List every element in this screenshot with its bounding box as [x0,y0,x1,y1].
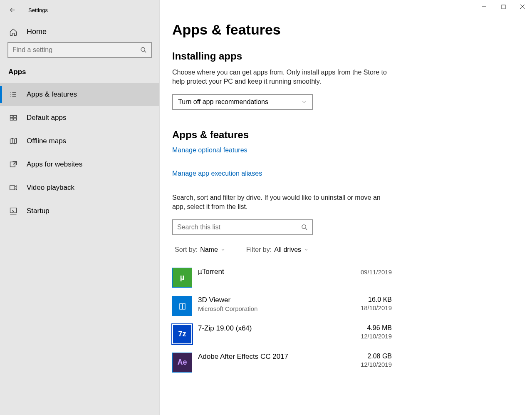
app-row[interactable]: ◫ 3D Viewer Microsoft Corporation 16.0 K… [172,292,392,320]
back-button[interactable] [8,6,17,14]
app-name: 3D Viewer [198,296,257,304]
svg-rect-5 [10,162,15,167]
install-source-dropdown[interactable]: Turn off app recommendations [172,94,313,110]
installing-apps-description: Choose where you can get apps from. Only… [172,68,388,87]
installing-apps-heading: Installing apps [172,50,532,62]
sidebar-item-label: Startup [27,207,49,215]
filter-by-label: Filter by: [246,246,272,253]
map-icon [9,137,17,145]
sidebar-item-offline-maps[interactable]: Offline maps [0,129,159,153]
chevron-down-icon [220,247,225,252]
sort-by-value: Name [200,246,218,253]
sidebar: Settings Home Apps Apps & features Defau… [0,0,160,415]
svg-rect-2 [14,115,17,117]
close-icon [520,4,525,9]
manage-optional-features-link[interactable]: Manage optional features [172,147,247,154]
app-publisher: Microsoft Corporation [198,305,257,312]
svg-rect-3 [10,118,13,120]
titlebar: Settings [0,0,159,20]
app-row[interactable]: 7z 7-Zip 19.00 (x64) 4.96 MB 12/10/2019 [172,320,392,348]
app-row[interactable]: µ µTorrent 09/11/2019 [172,263,392,292]
sidebar-item-apps-features[interactable]: Apps & features [0,83,159,106]
chevron-down-icon [304,247,309,252]
sidebar-item-video-playback[interactable]: Video playback [0,176,159,199]
window-controls [475,0,532,13]
page-title: Apps & features [172,22,532,38]
app-name: 7-Zip 19.00 (x64) [198,324,252,333]
search-icon [301,224,308,231]
app-date: 09/11/2019 [361,268,392,276]
svg-rect-9 [501,5,505,8]
apps-features-heading: Apps & features [172,129,532,141]
home-nav-item[interactable]: Home [0,20,159,42]
close-button[interactable] [513,0,532,13]
filter-by-control[interactable]: Filter by: All drives [246,246,309,253]
chevron-down-icon [301,99,307,105]
manage-app-aliases-link[interactable]: Manage app execution aliases [172,170,262,177]
sidebar-search-box[interactable] [7,42,152,58]
window-title: Settings [28,7,48,13]
open-external-icon [9,160,17,169]
sidebar-item-label: Default apps [27,114,66,122]
maximize-icon [501,5,506,9]
app-date: 12/10/2019 [361,361,392,368]
app-icon: Ae [172,353,192,373]
apps-list-search[interactable] [172,219,313,235]
app-size: 4.96 MB [361,324,392,332]
svg-rect-4 [14,118,17,120]
sidebar-item-label: Apps & features [27,90,77,99]
search-icon [140,47,147,53]
maximize-button[interactable] [494,0,513,13]
defaults-icon [9,114,17,122]
apps-list-search-input[interactable] [177,224,301,231]
sidebar-item-label: Offline maps [27,137,66,145]
filter-by-value: All drives [274,246,301,253]
app-name: µTorrent [198,268,224,276]
app-size: 2.08 GB [361,353,392,360]
startup-icon [9,207,17,215]
svg-rect-6 [10,186,15,190]
video-icon [9,184,17,192]
main-content: Apps & features Installing apps Choose w… [160,0,532,415]
app-size: 16.0 KB [361,296,392,303]
minimize-icon [482,4,487,9]
svg-rect-7 [10,208,17,213]
svg-point-8 [302,225,306,229]
app-date: 12/10/2019 [361,333,392,340]
minimize-button[interactable] [475,0,494,13]
sidebar-item-label: Video playback [27,184,74,192]
app-icon: µ [172,268,192,288]
app-name: Adobe After Effects CC 2017 [198,353,288,361]
sidebar-item-apps-websites[interactable]: Apps for websites [0,153,159,176]
app-date: 18/10/2019 [361,304,392,311]
sort-by-control[interactable]: Sort by: Name [175,246,225,253]
home-label: Home [27,27,47,36]
home-icon [9,28,17,36]
app-icon: 7z [172,324,192,344]
svg-rect-1 [10,115,13,117]
dropdown-value: Turn off app recommendations [178,98,268,106]
sidebar-search-input[interactable] [12,46,140,54]
sort-filter-row: Sort by: Name Filter by: All drives [172,246,532,253]
svg-point-0 [141,47,145,51]
app-row[interactable]: Ae Adobe After Effects CC 2017 2.08 GB 1… [172,348,392,377]
sidebar-item-startup[interactable]: Startup [0,199,159,223]
apps-list: µ µTorrent 09/11/2019 ◫ 3D Viewer Micros… [172,263,392,377]
app-icon: ◫ [172,296,192,316]
sidebar-section-label: Apps [0,65,159,83]
arrow-left-icon [9,6,16,14]
sidebar-item-default-apps[interactable]: Default apps [0,106,159,129]
apps-list-description: Search, sort and filter by drive. If you… [172,193,388,212]
sidebar-item-label: Apps for websites [27,160,82,169]
sort-by-label: Sort by: [175,246,198,253]
sidebar-search-wrap [0,42,159,65]
list-icon [9,90,17,99]
